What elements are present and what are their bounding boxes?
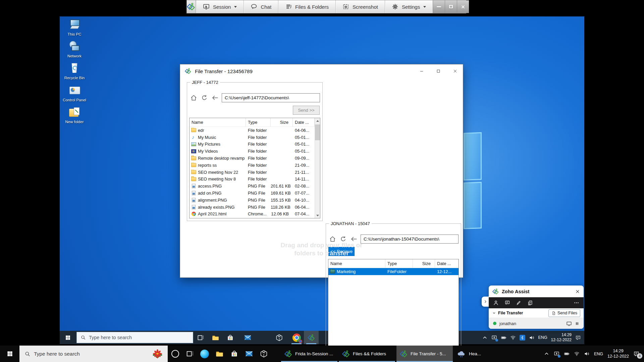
column-header-date[interactable]: Date ... [435, 259, 459, 268]
column-header-type[interactable]: Type [246, 118, 271, 126]
widget-header[interactable]: Zoho Assist [489, 286, 584, 297]
close-button[interactable] [453, 69, 458, 73]
bluetooth-tray-icon[interactable] [520, 335, 525, 341]
file-row[interactable]: already exists.PNG PNG File 118.26 KB 06… [190, 204, 315, 211]
file-transfer-titlebar[interactable]: File Transfer - 123456789 [180, 64, 463, 78]
action-center-button[interactable]: 4 [633, 351, 640, 357]
toolbar-minimize-button[interactable] [433, 0, 445, 13]
widget-collapse-tab[interactable] [482, 297, 489, 307]
widget-close-button[interactable] [575, 289, 580, 294]
toolbar-close-button[interactable] [457, 0, 469, 13]
local-3d-viewer-button[interactable] [256, 346, 271, 362]
file-row[interactable]: alignment.PNG PNG File 155.15 KB 04-10..… [190, 197, 315, 204]
column-header-size[interactable]: Size [271, 118, 293, 126]
edge-button[interactable] [197, 346, 212, 362]
column-header-type[interactable]: Type [385, 259, 413, 268]
minimize-button[interactable] [419, 69, 424, 73]
file-row[interactable]: SEO meeting Nov 22 File folder 21-11... [190, 169, 315, 176]
desktop-icon[interactable]: Control Panel [62, 85, 87, 102]
home-button[interactable] [190, 94, 198, 102]
remote-zoho-assist-button[interactable] [304, 331, 319, 344]
file-row[interactable]: My Music File folder 05-01... [190, 134, 315, 141]
remote-task-view-button[interactable] [193, 331, 208, 344]
annotate-pen-icon[interactable] [516, 300, 522, 306]
file-row[interactable]: My Pictures File folder 05-01... [190, 141, 315, 148]
column-header-name[interactable]: Name [328, 259, 385, 268]
remote-3d-viewer-button[interactable] [272, 331, 286, 344]
volume-icon[interactable] [584, 351, 590, 357]
local-search-input[interactable] [34, 351, 149, 357]
volume-icon[interactable] [529, 335, 535, 341]
maximize-button[interactable] [436, 69, 441, 73]
local-search-box[interactable] [19, 346, 168, 362]
wifi-icon[interactable] [510, 335, 516, 341]
settings-menu-button[interactable]: Settings [385, 0, 433, 13]
local-mail-button[interactable] [241, 346, 256, 362]
screen-share-tray-icon[interactable] [491, 335, 497, 341]
scroll-up-button[interactable] [315, 118, 320, 123]
remote-file-explorer-button[interactable] [208, 331, 223, 344]
chat-button[interactable]: Chat [244, 0, 278, 13]
chevron-up-icon[interactable] [544, 351, 549, 357]
left-address-input[interactable] [222, 93, 320, 102]
battery-icon[interactable] [501, 335, 506, 341]
zoho-assist-logo-button[interactable] [187, 0, 196, 13]
taskbar-window-button[interactable]: Files && Folders [339, 346, 395, 362]
scrollbar[interactable] [315, 118, 320, 218]
wifi-icon[interactable] [574, 351, 580, 357]
remote-language-indicator[interactable]: ENG [538, 335, 547, 340]
toolbar-maximize-button[interactable] [445, 0, 457, 13]
local-task-view-button[interactable] [182, 346, 197, 362]
session-menu-button[interactable]: Session [196, 0, 244, 13]
screenshot-button[interactable]: Screenshot [335, 0, 385, 13]
action-center-icon[interactable] [575, 335, 581, 341]
column-header-name[interactable]: Name [190, 118, 246, 126]
column-header-date[interactable]: Date ... [293, 118, 315, 126]
taskbar-window-button[interactable]: File Transfer - 5... [396, 346, 453, 362]
news-weather-button[interactable]: Hea... [453, 346, 485, 362]
remote-chrome-button[interactable] [289, 331, 304, 344]
send-button[interactable]: Send >> [293, 106, 320, 115]
more-options-icon[interactable] [574, 300, 579, 306]
file-row[interactable]: Marketing FileFolder 12-12... [328, 268, 459, 275]
file-row[interactable]: access.PNG PNG File 201.61 KB 02-08... [190, 183, 315, 190]
remote-clock[interactable]: 14:29 12-12-2022 [551, 332, 572, 343]
scroll-down-button[interactable] [315, 213, 320, 218]
remote-store-button[interactable] [223, 331, 237, 344]
back-button[interactable] [211, 94, 219, 102]
file-row[interactable]: Remote desktop revamp File folder 09-09.… [190, 155, 315, 162]
remote-search-input[interactable] [89, 335, 189, 340]
file-row[interactable]: April 2021.html Chrome... 12.06 KB 07-04… [190, 211, 315, 218]
taskbar-window-button[interactable]: Frida In-Session ... [281, 346, 337, 362]
scrollbar-thumb[interactable] [315, 124, 320, 140]
participants-icon[interactable] [493, 300, 499, 306]
file-row[interactable]: Assist for Android.PNG PNG File 38.45 KB… [190, 217, 315, 218]
desktop-icon[interactable]: New folder [62, 106, 87, 124]
pause-session-button[interactable] [575, 321, 579, 326]
chat-icon[interactable] [504, 300, 510, 306]
screen-share-tray-icon[interactable] [554, 351, 559, 357]
seasonal-poinsettia-icon[interactable] [152, 349, 163, 359]
local-file-explorer-button[interactable] [212, 346, 227, 362]
cortana-button[interactable] [168, 346, 182, 362]
files-folders-button[interactable]: Files & Folders [278, 0, 335, 13]
remote-start-button[interactable] [60, 331, 76, 344]
file-row[interactable]: SEO meeting Nov 8 File folder 14-11... [190, 176, 315, 183]
monitor-icon[interactable] [566, 321, 572, 326]
file-row[interactable]: add on.PNG PNG File 169.61 KB 07-07... [190, 190, 315, 197]
drag-drop-zone[interactable]: Drag and drop your files or folders to t… [180, 241, 463, 257]
send-files-button[interactable]: Send Files [548, 309, 580, 317]
refresh-button[interactable] [200, 94, 209, 102]
file-row[interactable]: edr File folder 04-06... [190, 127, 315, 134]
desktop-icon[interactable]: Recycle Bin [62, 62, 87, 80]
local-clock[interactable]: 14:29 12-12-2022 [607, 349, 629, 359]
battery-icon[interactable] [564, 351, 570, 357]
remote-mail-button[interactable] [240, 331, 255, 344]
desktop-icon[interactable]: This PC [62, 19, 87, 37]
file-row[interactable]: reports ss File folder 21-09... [190, 162, 315, 169]
file-row[interactable]: My Videos File folder 05-01... [190, 148, 315, 155]
local-store-button[interactable] [227, 346, 241, 362]
local-language-indicator[interactable]: ENG [594, 352, 603, 356]
desktop-icon[interactable]: Network [62, 41, 87, 58]
column-header-size[interactable]: Size [413, 259, 435, 268]
